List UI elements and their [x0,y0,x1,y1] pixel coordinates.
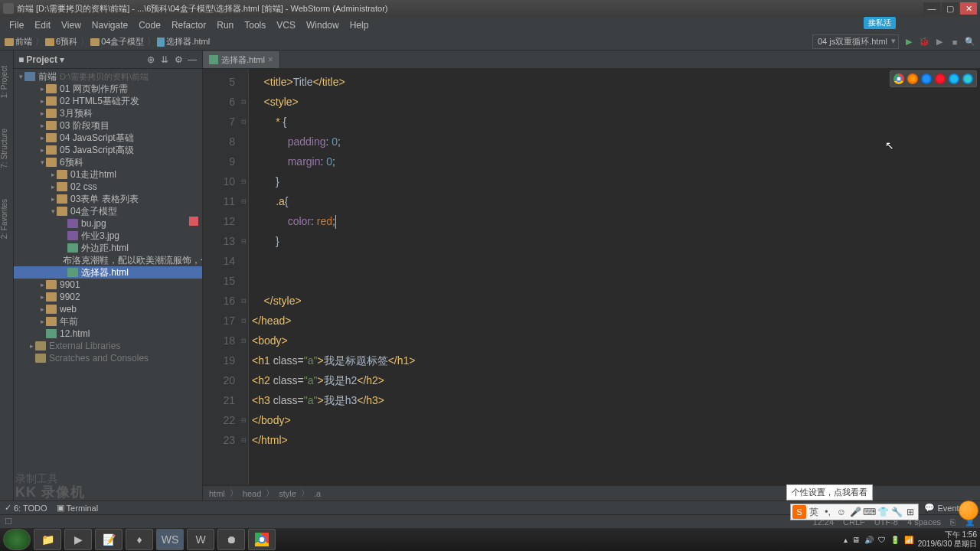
maximize-button[interactable]: ▢ [942,2,959,15]
tree-item[interactable]: Scratches and Consoles [14,352,202,364]
editor-tabs: 选择器.html × [203,51,980,69]
close-button[interactable]: ✕ [960,2,977,15]
tab-label: 选择器.html [221,54,265,66]
git-branch-icon[interactable]: ⎘ [950,517,956,527]
tree-item[interactable]: ▸3月预科 [14,107,202,119]
tree-item[interactable]: ▸03表单 表格列表 [14,193,202,205]
menu-refactor[interactable]: Refactor [167,18,211,32]
terminal-tool-button[interactable]: ▣ Terminal [57,503,99,513]
tree-item[interactable]: ▸05 JavaScript高级 [14,144,202,156]
tree-item[interactable]: 布洛克潮鞋，配以欧美潮流服饰，色彩 [14,254,202,266]
ime-emoji-icon[interactable]: ☺ [835,506,848,518]
ime-keyboard-icon[interactable]: ⌨ [863,506,875,518]
settings-icon[interactable]: ⚙ [173,54,184,65]
editor-tab[interactable]: 选择器.html × [203,51,280,68]
hide-panel-icon[interactable]: — [187,54,198,65]
project-view-button[interactable]: ■ Project ▾ [18,54,64,65]
line-gutter[interactable]: 567891011121314151617181920212223 [203,69,240,485]
menu-file[interactable]: File [5,18,28,32]
crumb-3[interactable]: 选择器.html [166,36,210,47]
windows-taskbar: 📁 ▶ 📝 ♦ WS W ⏺ ▴ 🖥🔊🛡🔋📶 下午 1:562019/6/30 … [0,528,980,551]
debug-button[interactable]: 🐞 [919,37,929,47]
menu-window[interactable]: Window [302,18,344,32]
project-tree[interactable]: ▾ 前端D:\需要拷贝的资料\前端 ▸01 网页制作所需▸02 HTML5基础开… [14,69,202,500]
run-config-select[interactable]: 04 js双重循环.html [812,34,899,49]
breadcrumb-item[interactable]: style [279,489,296,498]
ime-toolbar[interactable]: S 英 •, ☺ 🎤 ⌨ 👕 🔧 ⊞ [790,504,919,520]
ime-punct-icon[interactable]: •, [822,506,834,518]
search-everywhere-button[interactable]: 🔍 [965,37,975,47]
ime-lang-button[interactable]: 英 [808,506,820,518]
ime-toolbox-icon[interactable]: 🔧 [890,506,903,518]
menu-view[interactable]: View [57,18,86,32]
side-tab-structure[interactable]: 7: Structure [0,129,13,168]
tree-item[interactable]: 12.html [14,328,202,340]
crumb-2[interactable]: 04盒子模型 [101,36,144,47]
side-tab-favorites[interactable]: 2: Favorites [0,199,13,239]
tray-arrow-icon[interactable]: ▴ [844,536,848,544]
todo-tool-button[interactable]: ✓ 6: TODO [5,503,47,513]
app-icon-1[interactable]: ♦ [126,529,153,550]
tree-root[interactable]: ▾ 前端D:\需要拷贝的资料\前端 [14,70,202,83]
fold-column[interactable]: ⊟⊟⊟⊟⊟⊟⊟⊟⊟⊟ [240,69,249,485]
tray-clock[interactable]: 下午 1:562019/6/30 星期日 [918,530,977,549]
menu-navigate[interactable]: Navigate [87,18,132,32]
stop-button[interactable]: ■ [949,37,960,47]
ime-voice-icon[interactable]: 🎤 [849,506,861,518]
app-icon [3,3,14,14]
code-editor[interactable]: 567891011121314151617181920212223 ⊟⊟⊟⊟⊟⊟… [203,69,980,485]
menu-code[interactable]: Code [134,18,165,32]
notepad-icon[interactable]: 📝 [95,529,122,550]
run-with-coverage-button[interactable]: ▶ [934,37,945,47]
webstorm-taskbar-icon[interactable]: WS [156,529,184,550]
menu-vcs[interactable]: VCS [272,18,300,32]
tree-item[interactable]: ▸03 阶段项目 [14,119,202,132]
tree-item[interactable]: bu.jpg [14,217,202,230]
tree-item[interactable]: 选择器.html [14,266,202,279]
sogou-logo-icon[interactable]: S [792,505,806,519]
ime-menu-icon[interactable]: ⊞ [904,506,916,518]
tree-item[interactable]: ▸04 JavaScript基础 [14,132,202,144]
cloud-button[interactable]: 接私活 [864,17,896,29]
run-button[interactable]: ▶ [903,37,914,47]
explorer-icon[interactable]: 📁 [34,529,61,550]
ime-tooltip[interactable]: 个性设置，点我看看 [786,484,873,500]
tree-item[interactable]: ▸01走进html [14,168,202,181]
locate-file-icon[interactable]: ⊕ [145,54,156,65]
tree-item[interactable]: ▸02 HTML5基础开发 [14,95,202,107]
breadcrumb-item[interactable]: head [243,489,261,498]
recorder-icon[interactable]: ⏺ [217,529,245,550]
word-icon[interactable]: W [187,529,214,550]
tree-item[interactable]: ▸9902 [14,291,202,303]
tree-item[interactable]: ▾6预科 [14,156,202,168]
tree-item[interactable]: ▸web [14,303,202,315]
menu-help[interactable]: Help [345,18,374,32]
tree-item[interactable]: 外边距.html [14,242,202,254]
breakpoint-marker[interactable] [189,217,198,226]
menu-tools[interactable]: Tools [240,18,270,32]
side-tab-project[interactable]: 1: Project [0,66,13,98]
menu-edit[interactable]: Edit [30,18,55,32]
menu-run[interactable]: Run [212,18,238,32]
tree-item[interactable]: ▸02 css [14,181,202,193]
system-tray[interactable]: ▴ 🖥🔊🛡🔋📶 下午 1:562019/6/30 星期日 [844,530,977,549]
tree-item[interactable]: ▸01 网页制作所需 [14,83,202,95]
tab-close-icon[interactable]: × [268,54,273,65]
media-player-icon[interactable]: ▶ [64,529,92,550]
ime-skin-icon[interactable]: 👕 [877,506,889,518]
breadcrumb-item[interactable]: .a [314,489,321,498]
collapse-all-icon[interactable]: ⇊ [159,54,170,65]
breadcrumb-item[interactable]: html [209,489,225,498]
tree-item[interactable]: ▾04盒子模型 [14,205,202,217]
tree-item[interactable]: ▸9901 [14,279,202,291]
status-message: ☐ [5,517,12,527]
tree-item[interactable]: 作业3.jpg [14,230,202,242]
crumb-1[interactable]: 6预科 [56,36,77,47]
minimize-button[interactable]: — [923,2,940,15]
tree-item[interactable]: ▸External Libraries [14,340,202,352]
floating-bubble[interactable] [959,500,978,520]
tree-item[interactable]: ▸年前 [14,315,202,328]
start-button[interactable] [3,529,31,550]
crumb-0[interactable]: 前端 [15,36,32,47]
chrome-taskbar-icon[interactable] [248,529,276,550]
